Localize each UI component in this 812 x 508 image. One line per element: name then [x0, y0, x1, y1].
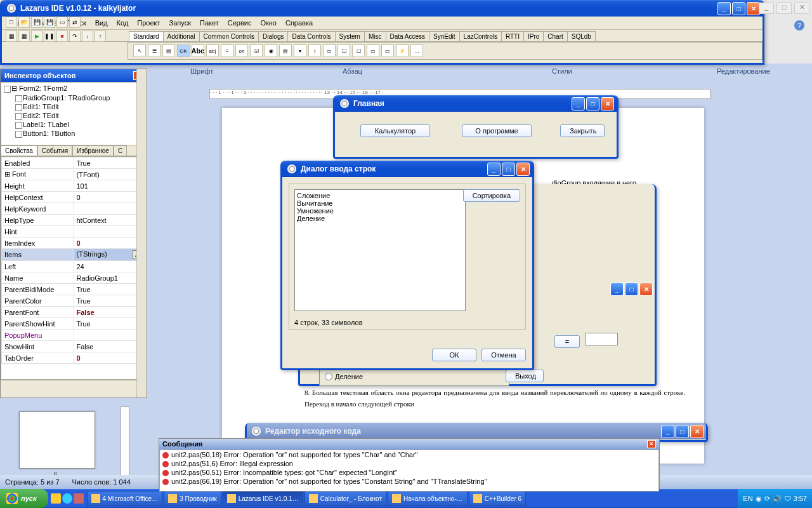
prop-row-TabOrder[interactable]: TabOrder0 [2, 352, 146, 364]
popup-icon[interactable]: ▤ [162, 44, 175, 57]
ok-button[interactable]: ОК [432, 349, 476, 361]
ide-titlebar[interactable]: Lazarus IDE v1.0.12 - kalkyljator _ □ ✕ [2, 0, 763, 17]
page-thumbnail[interactable] [19, 411, 95, 469]
editor-titlebar[interactable]: Редактор исходного кода _ □ ✕ [247, 423, 706, 439]
close-button[interactable]: ✕ [747, 2, 760, 15]
toggle-icon[interactable]: ⇄ [69, 17, 81, 28]
radiogroup-icon[interactable]: ☐ [337, 44, 350, 57]
label-icon[interactable]: Abc [192, 44, 204, 57]
menu-Справка[interactable]: Справка [282, 18, 317, 28]
button-icon[interactable]: OK [177, 44, 190, 57]
ide-left-toolbar-1[interactable]: □ 📂 💾 💾 ▭ ⇄ [6, 17, 81, 28]
property-tabs[interactable]: СвойстваСобытияИзбранноеС [1, 145, 147, 156]
prop-row-ItemIndex[interactable]: ItemIndex0 [2, 237, 146, 249]
clock[interactable]: 3:57 [794, 495, 807, 502]
prop-row-Left[interactable]: Left24 [2, 261, 146, 272]
taskbar-item[interactable]: Lazarus IDE v1.0.1… [223, 491, 303, 506]
prop-tab-0[interactable]: Свойства [1, 145, 37, 156]
palette-tab-Additional[interactable]: Additional [163, 31, 200, 41]
palette-tab-Data Access[interactable]: Data Access [386, 31, 430, 41]
prop-row-ParentBidiMode[interactable]: ParentBidiModeTrue [2, 284, 146, 295]
cancel-button[interactable]: Отмена [481, 349, 526, 361]
newform-icon[interactable]: ▭ [56, 17, 68, 28]
error-message[interactable]: unit2.pas(50,18) Error: Operation "or" n… [160, 450, 658, 459]
run-icon[interactable]: ▶ [31, 30, 43, 42]
btn-equals[interactable]: = [554, 335, 580, 348]
taskbar-item[interactable]: Calculator_ - Блокнот [304, 491, 386, 506]
bg-max-icon[interactable]: □ [776, 3, 792, 14]
dlg-close[interactable]: ✕ [516, 163, 530, 176]
checkgroup-icon[interactable]: ☐ [352, 44, 365, 57]
palette-tab-IPro[interactable]: IPro [523, 31, 544, 41]
open-icon[interactable]: 📂 [18, 17, 30, 28]
messages-list[interactable]: unit2.pas(50,18) Error: Operation "or" n… [159, 450, 659, 491]
taskbar-item[interactable]: 4 Microsoft Office… [87, 491, 163, 506]
more-icon[interactable]: … [410, 44, 423, 57]
checkbox-icon[interactable]: ☑ [250, 44, 263, 57]
units-icon[interactable]: ▦ [6, 30, 17, 42]
cursor-icon[interactable]: ↖ [133, 44, 146, 57]
dlg-min[interactable]: _ [487, 163, 501, 176]
component-tree[interactable]: ⊟ Form2: TForm2 RadioGroup1: TRadioGroup… [1, 82, 147, 145]
tree-root[interactable]: ⊟ Form2: TForm2 [3, 84, 145, 93]
ql-icon1[interactable] [51, 493, 61, 504]
btn-about[interactable]: О программе [462, 124, 532, 137]
ql-icon2[interactable] [62, 493, 72, 504]
prop-tab-2[interactable]: Избранное [72, 145, 114, 156]
prop-row-ParentColor[interactable]: ParentColorTrue [2, 295, 146, 307]
prop-row-HelpKeyword[interactable]: HelpKeyword [2, 203, 146, 215]
taskbar[interactable]: пуск 4 Microsoft Office…3 ПроводникLazar… [0, 489, 812, 508]
tree-item[interactable]: Edit1: TEdit [14, 102, 145, 111]
minimize-button[interactable]: _ [717, 2, 731, 15]
prop-row-Name[interactable]: NameRadioGroup1 [2, 272, 146, 284]
action-icon[interactable]: ⚡ [396, 44, 409, 57]
tree-item[interactable]: RadioGroup1: TRadioGroup [14, 93, 145, 102]
tree-item[interactable]: Label1: TLabel [14, 120, 145, 129]
memo-icon[interactable]: ≡ [221, 44, 233, 57]
menu-Сервис[interactable]: Сервис [224, 18, 256, 28]
prop-row-Height[interactable]: Height101 [2, 180, 146, 192]
prop-tab-1[interactable]: События [37, 145, 72, 156]
form1-titlebar[interactable]: Главная _ □ ✕ [335, 95, 617, 112]
component-palette-tabs[interactable]: StandardAdditionalCommon ControlsDialogs… [2, 30, 763, 42]
bg-close-icon[interactable]: ✕ [794, 3, 809, 14]
menu-Пакет[interactable]: Пакет [196, 18, 223, 28]
btn-calculator[interactable]: Калькулятор [360, 124, 430, 137]
menu-Окно[interactable]: Окно [256, 18, 280, 28]
new-icon[interactable]: □ [6, 17, 17, 28]
form1-max[interactable]: □ [586, 97, 599, 110]
stepinto-icon[interactable]: ↓ [82, 30, 93, 42]
tree-item[interactable]: Edit2: TEdit [14, 111, 145, 120]
quicklaunch[interactable] [48, 493, 86, 504]
property-grid[interactable]: EnabledTrue⊞ Font(TFont)Height101HelpCon… [1, 156, 147, 380]
error-message[interactable]: unit2.pas(51,6) Error: Illegal expressio… [160, 459, 658, 468]
radio-icon[interactable]: ◉ [265, 44, 277, 57]
stepout-icon[interactable]: ↑ [95, 30, 106, 42]
prop-row-ShowHint[interactable]: ShowHintFalse [2, 341, 146, 352]
scrollbar-icon[interactable]: ↕ [308, 44, 321, 57]
palette-tab-SynEdit[interactable]: SynEdit [429, 31, 459, 41]
component-palette[interactable]: ↖ ☰ ▤ OK Abc ab| ≡ on ☑ ◉ ▤ ▾ ↕ ▭ ☐ ☐ ▭ … [128, 42, 763, 60]
stop-icon[interactable]: ■ [56, 30, 68, 42]
error-message[interactable]: unit2.pas(66,19) Error: Operation "or" n… [160, 477, 658, 486]
form1-close[interactable]: ✕ [601, 97, 614, 110]
palette-tab-Common Controls[interactable]: Common Controls [199, 31, 259, 41]
palette-tab-Chart[interactable]: Chart [543, 31, 567, 41]
prop-row-Font[interactable]: ⊞ Font(TFont) [2, 169, 146, 180]
prop-row-PopupMenu[interactable]: PopupMenu [2, 330, 146, 341]
palette-tab-Misc[interactable]: Misc [364, 31, 386, 41]
mainmenu-icon[interactable]: ☰ [148, 44, 160, 57]
menu-Код[interactable]: Код [113, 18, 133, 28]
propgrid-scrollbar[interactable] [136, 156, 147, 380]
dialog-titlebar[interactable]: Диалог ввода строк _ □ ✕ [282, 161, 532, 177]
btn-exit[interactable]: Выход [506, 370, 544, 382]
ide-left-toolbar-2[interactable]: ▦ ▦ ▶ ❚❚ ■ ↷ ↓ ↑ [6, 30, 106, 42]
groupbox-icon[interactable]: ▭ [323, 44, 336, 57]
menu-Запуск[interactable]: Запуск [166, 18, 195, 28]
maximize-button[interactable]: □ [732, 2, 745, 15]
prop-row-ParentShowHint[interactable]: ParentShowHintTrue [2, 318, 146, 330]
radio-divide[interactable]: Деление [325, 373, 504, 380]
sort-button[interactable]: Сортировка [463, 189, 520, 202]
form1-min[interactable]: _ [572, 97, 585, 110]
palette-tab-SQLdb[interactable]: SQLdb [567, 31, 596, 41]
